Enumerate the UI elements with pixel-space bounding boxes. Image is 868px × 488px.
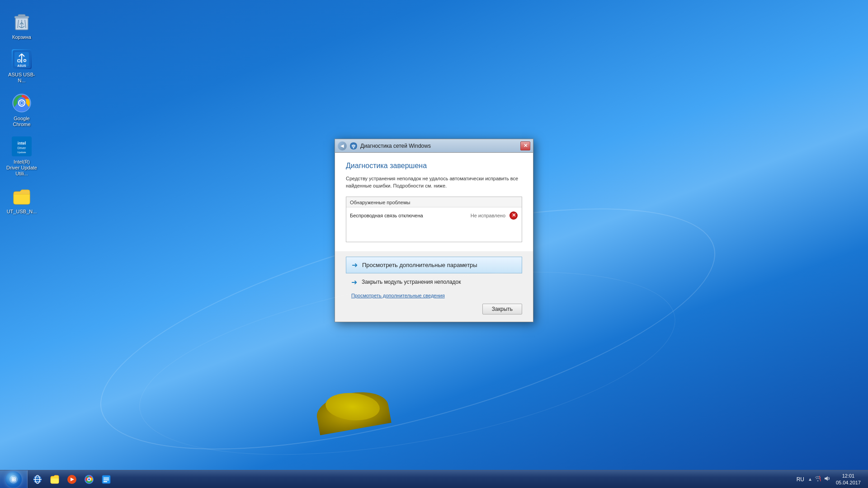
dialog-body: Диагностика завершена Средству устранени… — [335, 153, 533, 251]
asus-usb-icon[interactable]: ASUS ASUS USB-N... — [5, 47, 39, 85]
more-info-link[interactable]: Просмотреть дополнительные сведения — [346, 291, 522, 300]
dialog-button-row: Закрыть — [346, 300, 522, 316]
svg-rect-41 — [104, 481, 107, 482]
desktop-icons: Корзина ASUS — [5, 9, 39, 216]
tray-icons: ▲ — [808, 475, 830, 483]
dialog-close-button[interactable]: ✕ — [520, 141, 530, 150]
close-troubleshooter-link[interactable]: ➜ Закрыть модуль устранения неполадок — [346, 275, 522, 289]
system-tray: RU ▲ — [791, 470, 868, 488]
dialog-title-text: Диагностика сетей Windows — [360, 143, 520, 149]
svg-point-37 — [88, 478, 90, 480]
desktop: Корзина ASUS — [0, 0, 868, 488]
tray-language: RU — [795, 475, 806, 483]
tray-expand-icon[interactable]: ▲ — [808, 477, 812, 482]
ut-usb-label: UT_USB_N... — [7, 209, 37, 215]
action-arrow-2: ➜ — [351, 278, 357, 286]
taskbar-items — [28, 470, 791, 488]
asus-icon-image: ASUS — [12, 49, 32, 69]
svg-line-43 — [820, 476, 821, 481]
intel-driver-label: Intel(R) Driver Update Utili... — [6, 159, 37, 177]
tray-volume-icon[interactable] — [823, 475, 830, 483]
taskbar: ⊞ — [0, 470, 868, 488]
recycle-bin-icon[interactable]: Корзина — [5, 9, 39, 42]
tray-network-icon[interactable] — [814, 475, 821, 483]
asus-usb-label: ASUS USB-N... — [6, 72, 37, 84]
taskbar-media-player[interactable] — [64, 472, 80, 487]
clock[interactable]: 12:01 05.04.2017 — [832, 472, 864, 487]
intel-driver-icon[interactable]: intel Driver Update Intel(R) Driver Upda… — [5, 134, 39, 179]
clock-time: 12:01 — [842, 473, 855, 479]
taskbar-explorer[interactable] — [47, 472, 63, 487]
problem-error-icon: ✕ — [509, 211, 518, 220]
ut-usb-icon[interactable]: UT_USB_N... — [5, 183, 39, 216]
problems-section: Обнаруженные проблемы Беспроводная связь… — [346, 197, 522, 242]
recycle-bin-label: Корзина — [12, 34, 31, 40]
start-button[interactable]: ⊞ — [0, 470, 28, 488]
dialog-footer: ➜ Просмотреть дополнительные параметры ➜… — [335, 251, 533, 322]
dialog-description: Средству устранения неполадок не удалось… — [346, 175, 522, 189]
action-arrow-1: ➜ — [352, 261, 358, 269]
close-dialog-button[interactable]: Закрыть — [482, 304, 522, 314]
svg-rect-40 — [104, 479, 109, 480]
svg-text:⊞: ⊞ — [11, 476, 16, 483]
problem-row: Беспроводная связь отключена Не исправле… — [346, 207, 522, 224]
dialog-overlay: ◀ Диагностика сетей Windows ✕ — [0, 0, 868, 488]
svg-point-25 — [353, 147, 354, 148]
dialog-heading: Диагностика завершена — [346, 162, 522, 170]
action1-label: Просмотреть дополнительные параметры — [362, 262, 477, 268]
svg-text:intel: intel — [18, 141, 26, 145]
windows-network-diagnostics-dialog: ◀ Диагностика сетей Windows ✕ — [335, 139, 533, 322]
back-button[interactable]: ◀ — [338, 141, 347, 150]
flower-decoration — [307, 375, 398, 429]
action2-label: Закрыть модуль устранения неполадок — [362, 279, 461, 285]
start-orb: ⊞ — [5, 471, 22, 488]
svg-text:Update: Update — [17, 151, 26, 154]
svg-rect-2 — [18, 14, 25, 17]
problems-label: Обнаруженные проблемы — [346, 197, 522, 207]
svg-text:Driver: Driver — [18, 146, 26, 150]
google-chrome-icon[interactable]: Google Chrome — [5, 90, 39, 129]
problem-text: Беспроводная связь отключена — [350, 213, 471, 218]
dialog-titlebar: ◀ Диагностика сетей Windows ✕ — [335, 139, 533, 153]
svg-point-19 — [20, 102, 23, 104]
view-additional-params-button[interactable]: ➜ Просмотреть дополнительные параметры — [346, 257, 522, 273]
svg-point-42 — [817, 480, 818, 482]
clock-date: 05.04.2017 — [836, 479, 861, 486]
problems-empty-space — [346, 224, 522, 242]
dialog-title-icon — [349, 142, 358, 150]
taskbar-item-extra[interactable] — [98, 472, 114, 487]
taskbar-ie[interactable] — [29, 472, 46, 487]
svg-text:ASUS: ASUS — [17, 64, 26, 67]
recycle-bin-svg — [12, 12, 32, 32]
taskbar-chrome[interactable] — [81, 472, 97, 487]
google-chrome-label: Google Chrome — [6, 116, 37, 127]
svg-rect-39 — [104, 478, 109, 479]
problem-status: Не исправлено — [471, 213, 505, 218]
